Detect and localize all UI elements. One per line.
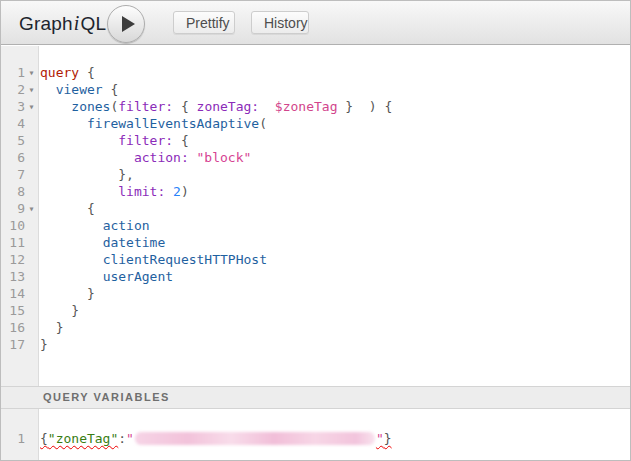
line-number: 15 [1,302,25,319]
prettify-button[interactable]: Prettify [173,11,235,34]
code-line-12[interactable]: clientRequestHTTPHost [40,251,630,268]
gutter-line-5: 5 [1,132,38,149]
line-number: 16 [1,319,25,336]
gutter-line-8: 8 [1,183,38,200]
token [40,320,56,335]
variables-editor-code[interactable]: {"zoneTag":""} [40,409,630,460]
code-line-5[interactable]: filter: { [40,132,630,149]
line-number: 17 [1,336,25,353]
gutter-line-1: 1 [1,430,38,447]
variables-editor-gutter: 1 [1,409,39,460]
code-line-13[interactable]: userAgent [40,268,630,285]
query-variables-header[interactable]: QUERY VARIABLES [1,386,630,409]
token: zoneTag: [197,99,260,114]
token [40,99,71,114]
token [40,184,118,199]
fold-arrow-icon[interactable]: ▾ [25,81,38,98]
code-line-14[interactable]: } [40,285,630,302]
gutter-line-13: 13 [1,268,38,285]
token: } [56,320,64,335]
gutter-line-7: 7 [1,166,38,183]
code-line-1[interactable]: query { [40,64,630,81]
line-number: 11 [1,234,25,251]
variables-editor[interactable]: 1 {"zoneTag":""} [1,409,630,460]
code-line-8[interactable]: limit: 2) [40,183,630,200]
token [259,99,275,114]
token [189,99,197,114]
gutter-line-11: 11 [1,234,38,251]
token: " [376,431,384,446]
token [40,286,87,301]
code-line-11[interactable]: datetime [40,234,630,251]
query-editor-code[interactable]: query { viewer { zones(filter: { zoneTag… [40,46,630,386]
code-line-16[interactable]: } [40,319,630,336]
line-number: 3 [1,98,25,115]
fold-spacer [25,268,38,285]
token: { [87,201,95,216]
redacted-value [135,432,375,445]
token [40,82,56,97]
gutter-line-16: 16 [1,319,38,336]
fold-spacer [25,217,38,234]
code-line-17[interactable]: } [40,336,630,353]
code-line-3[interactable]: zones(filter: { zoneTag: $zoneTag } ) { [40,98,630,115]
token: } [71,303,79,318]
token: clientRequestHTTPHost [103,252,267,267]
history-button[interactable]: History [251,11,309,34]
gutter-line-2: 2▾ [1,81,38,98]
gutter-line-9: 9▾ [1,200,38,217]
token: { [181,133,189,148]
token: action [103,218,150,233]
code-line-4[interactable]: firewallEventsAdaptive( [40,115,630,132]
line-number: 13 [1,268,25,285]
token: userAgent [103,269,173,284]
code-line-15[interactable]: } [40,302,630,319]
token: ( [259,116,267,131]
token: firewallEventsAdaptive [87,116,259,131]
token: { [384,99,392,114]
token: } [40,337,48,352]
token: zones [71,99,110,114]
play-icon [122,16,135,32]
token: query [40,65,79,80]
token: " [126,431,134,446]
fold-spacer [25,319,38,336]
fold-spacer [25,251,38,268]
fold-spacer [25,149,38,166]
execute-query-button[interactable] [107,5,145,43]
code-line-7[interactable]: }, [40,166,630,183]
line-number: 6 [1,149,25,166]
token: { [110,82,118,97]
token: datetime [103,235,166,250]
gutter-line-1: 1▾ [1,64,38,81]
fold-spacer [25,285,38,302]
gutter-line-6: 6 [1,149,38,166]
token: limit: [118,184,165,199]
line-number: 14 [1,285,25,302]
token: } [384,431,392,446]
gutter-line-10: 10 [1,217,38,234]
fold-spacer [25,302,38,319]
fold-arrow-icon[interactable]: ▾ [25,200,38,217]
token [189,150,197,165]
gutter-line-4: 4 [1,115,38,132]
fold-spacer [25,336,38,353]
code-line-2[interactable]: viewer { [40,81,630,98]
query-editor[interactable]: 1▾2▾3▾456789▾1011121314151617 query { vi… [1,46,630,386]
token: { [40,431,48,446]
fold-arrow-icon[interactable]: ▾ [25,98,38,115]
fold-spacer [25,115,38,132]
token: { [181,99,189,114]
fold-spacer [25,234,38,251]
code-line-6[interactable]: action: "block" [40,149,630,166]
code-line-1[interactable]: {"zoneTag":""} [40,430,630,447]
token: action: [134,150,189,165]
token: } [345,99,353,114]
token: : [118,431,126,446]
logo-text: Graph [19,13,73,34]
fold-arrow-icon[interactable]: ▾ [25,64,38,81]
token: $zoneTag [275,99,338,114]
code-line-10[interactable]: action [40,217,630,234]
line-number: 2 [1,81,25,98]
code-line-9[interactable]: { [40,200,630,217]
